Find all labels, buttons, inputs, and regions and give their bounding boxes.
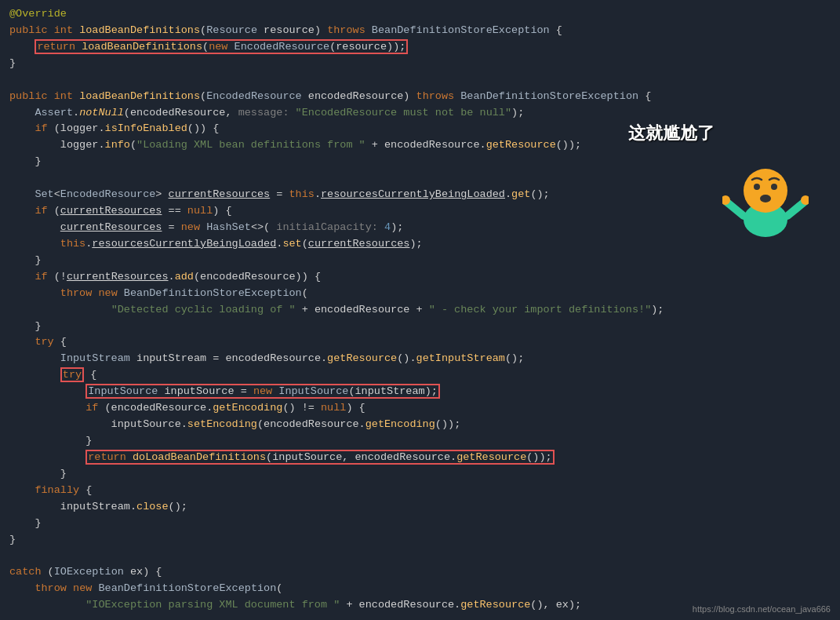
code-line-3: return loadBeanDefinitions(new EncodedRe… bbox=[0, 39, 840, 56]
code-line-31: inputStream.close(); bbox=[0, 499, 840, 516]
code-line-1: @Override bbox=[0, 6, 840, 23]
code-line-25: if (encodedResource.getEncoding() != nul… bbox=[0, 400, 840, 417]
code-line-33: } bbox=[0, 532, 840, 549]
code-line-7: Assert.notNull(encodedResource, message:… bbox=[0, 105, 840, 122]
svg-point-4 bbox=[771, 184, 777, 190]
code-line-17: if (!currentResources.add(encodedResourc… bbox=[0, 269, 840, 286]
code-line-21: try { bbox=[0, 334, 840, 351]
code-line-19: "Detected cyclic loading of " + encodedR… bbox=[0, 302, 840, 319]
svg-point-2 bbox=[744, 169, 787, 213]
code-line-36: throw new BeanDefinitionStoreException( bbox=[0, 581, 840, 597]
code-line-30: finally { bbox=[0, 483, 840, 499]
svg-point-3 bbox=[754, 184, 760, 190]
code-line-28: return doLoadBeanDefinitions(inputSource… bbox=[0, 450, 840, 466]
code-line-6: public int loadBeanDefinitions(EncodedRe… bbox=[0, 89, 840, 105]
emoji-figure bbox=[722, 137, 801, 232]
code-line-27: } bbox=[0, 433, 840, 450]
svg-line-8 bbox=[787, 202, 805, 216]
svg-line-6 bbox=[726, 202, 744, 216]
watermark: https://blog.csdn.net/ocean_java666 bbox=[693, 604, 831, 614]
code-line-20: } bbox=[0, 319, 840, 335]
code-line-23: try { bbox=[0, 367, 840, 384]
code-line-35: catch (IOException ex) { bbox=[0, 564, 840, 581]
code-line-16: } bbox=[0, 253, 840, 269]
code-line-22: InputStream inputStream = encodedResourc… bbox=[0, 351, 840, 367]
code-line-11 bbox=[0, 170, 840, 187]
annotation-label: 这就尴尬了 bbox=[628, 122, 715, 145]
code-line-26: inputSource.setEncoding(encodedResource.… bbox=[0, 417, 840, 433]
code-line-14: currentResources = new HashSet<>( initia… bbox=[0, 220, 840, 236]
code-line-29: } bbox=[0, 466, 840, 483]
code-line-34 bbox=[0, 548, 840, 564]
code-line-4: } bbox=[0, 56, 840, 72]
svg-point-5 bbox=[760, 195, 771, 202]
code-line-15: this.resourcesCurrentlyBeingLoaded.set(c… bbox=[0, 236, 840, 253]
code-line-10: } bbox=[0, 154, 840, 170]
code-line-12: Set<EncodedResource> currentResources = … bbox=[0, 187, 840, 203]
code-line-24: InputSource inputSource = new InputSourc… bbox=[0, 384, 840, 400]
code-container: @Override public int loadBeanDefinitions… bbox=[0, 0, 840, 620]
code-line-5 bbox=[0, 72, 840, 89]
code-line-2: public int loadBeanDefinitions(Resource … bbox=[0, 23, 840, 39]
code-line-32: } bbox=[0, 516, 840, 532]
code-line-18: throw new BeanDefinitionStoreException( bbox=[0, 286, 840, 302]
code-line-13: if (currentResources == null) { bbox=[0, 203, 840, 220]
